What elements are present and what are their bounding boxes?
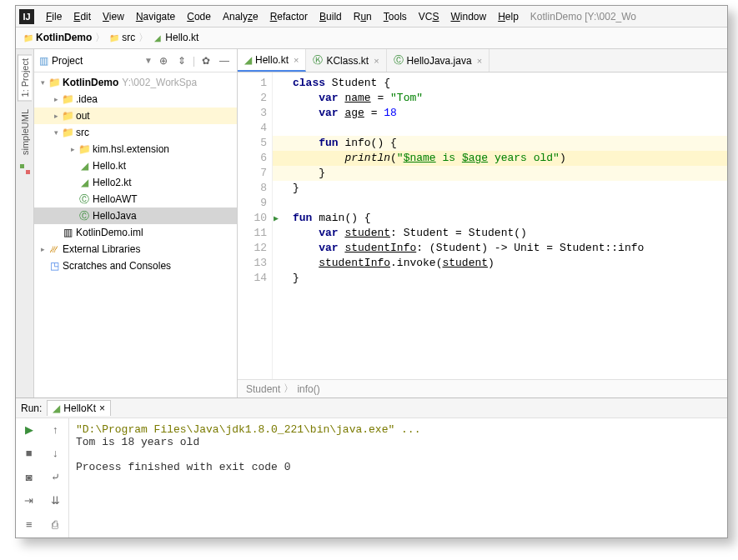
up-button[interactable]: ↑ xyxy=(43,418,69,440)
locate-icon[interactable]: ⊕ xyxy=(156,53,171,68)
svg-rect-0 xyxy=(20,164,24,168)
rerun-button[interactable]: ▶ xyxy=(16,418,43,440)
gear-icon[interactable]: ✿ xyxy=(198,53,213,68)
menu-navigate[interactable]: Navigate xyxy=(131,9,180,24)
navigation-breadcrumb: 📁KotlinDemo 〉 📁src 〉 ◢Hello.kt xyxy=(16,28,727,49)
close-icon[interactable]: × xyxy=(477,56,482,66)
code-body[interactable]: class Student { var name = "Tom" var age… xyxy=(273,72,727,379)
kotlin-class-icon: Ⓚ xyxy=(313,53,323,68)
stop-button[interactable]: ■ xyxy=(16,442,43,464)
tool-tab-project[interactable]: 1: Project xyxy=(18,54,32,101)
menu-vcs[interactable]: VCS xyxy=(414,9,444,24)
main-split: 1: Project simpleUML ▥ Project ▼ ⊕ ⇕ | ✿… xyxy=(16,49,727,398)
exit-button[interactable]: ⇥ xyxy=(16,490,43,512)
chevron-down-icon[interactable]: ▼ xyxy=(144,56,153,65)
run-gutter-icon[interactable]: ▶ xyxy=(274,212,279,227)
chevron-right-icon: 〉 xyxy=(138,31,148,45)
kotlin-file-icon: ◢ xyxy=(244,54,252,66)
menu-help[interactable]: Help xyxy=(493,9,524,24)
code-editor[interactable]: 1 2 3 4 5 6 7 8 9 10▶ 11 12 13 14 class … xyxy=(238,72,727,379)
menu-bar: IJ File Edit View Navigate Code Analyze … xyxy=(16,6,727,28)
tree-item-src[interactable]: ▾📁src xyxy=(34,124,237,141)
menu-build[interactable]: Build xyxy=(314,9,347,24)
kotlin-file-icon: ◢ xyxy=(152,32,163,44)
close-icon[interactable]: × xyxy=(99,402,105,414)
tree-item-out[interactable]: ▸📁out xyxy=(34,108,237,124)
crumb-method[interactable]: info() xyxy=(297,383,319,395)
editor-tab-kclass[interactable]: ⓀKClass.kt× xyxy=(306,49,386,72)
tree-item-iml[interactable]: ▥KotlinDemo.iml xyxy=(34,224,237,241)
menu-analyze[interactable]: Analyze xyxy=(218,9,264,24)
print-button[interactable]: ⎙ xyxy=(43,513,69,535)
chevron-right-icon: 〉 xyxy=(95,31,105,45)
menu-view[interactable]: View xyxy=(98,9,129,24)
tree-root[interactable]: ▾📁KotlinDemoY:\002_WorkSpa xyxy=(34,74,237,91)
svg-rect-1 xyxy=(26,170,30,174)
folder-icon: 📁 xyxy=(23,32,34,44)
close-icon[interactable]: × xyxy=(374,56,379,66)
run-header: Run: ◢HelloKt× xyxy=(16,398,727,418)
menu-code[interactable]: Code xyxy=(182,9,216,24)
crumb-project[interactable]: 📁KotlinDemo xyxy=(23,32,92,44)
kotlin-file-icon: ◢ xyxy=(53,402,60,414)
run-tool-window: Run: ◢HelloKt× ▶ ↑ ■ ↓ ◙ ⤶ ⇥ ⇊ ≡ ⎙ "D:\P… xyxy=(16,398,727,538)
tree-item-idea[interactable]: ▸📁.idea xyxy=(34,91,237,108)
project-tree[interactable]: ▾📁KotlinDemoY:\002_WorkSpa ▸📁.idea ▸📁out… xyxy=(34,72,237,398)
tree-item-file[interactable]: ◢Hello2.kt xyxy=(34,174,237,191)
crumb-folder[interactable]: 📁src xyxy=(108,32,135,44)
chevron-right-icon: 〉 xyxy=(284,382,294,396)
menu-window[interactable]: Window xyxy=(445,9,491,24)
folder-icon: 📁 xyxy=(108,32,120,44)
editor-tabs: ◢Hello.kt× ⓀKClass.kt× ⒸHelloJava.java× xyxy=(238,49,727,72)
folder-icon: ▥ xyxy=(39,55,48,67)
run-label: Run: xyxy=(21,402,42,414)
editor-area: ◢Hello.kt× ⓀKClass.kt× ⒸHelloJava.java× … xyxy=(238,49,727,398)
project-header: ▥ Project ▼ ⊕ ⇕ | ✿ — xyxy=(34,49,237,72)
menu-run[interactable]: Run xyxy=(349,9,377,24)
run-body: ▶ ↑ ■ ↓ ◙ ⤶ ⇥ ⇊ ≡ ⎙ "D:\Program Files\Ja… xyxy=(16,418,727,538)
scroll-button[interactable]: ⇊ xyxy=(43,490,69,512)
menu-file[interactable]: File xyxy=(41,9,67,24)
editor-tab-java[interactable]: ⒸHelloJava.java× xyxy=(387,49,489,72)
editor-breadcrumb: Student 〉 info() xyxy=(238,379,727,398)
menu-edit[interactable]: Edit xyxy=(68,9,96,24)
project-tool-window: ▥ Project ▼ ⊕ ⇕ | ✿ — ▾📁KotlinDemoY:\002… xyxy=(34,49,238,398)
tree-item-file-selected[interactable]: ⒸHelloJava xyxy=(34,208,237,224)
java-class-icon: Ⓒ xyxy=(394,53,404,68)
menu-refactor[interactable]: Refactor xyxy=(265,9,313,24)
app-logo-icon: IJ xyxy=(19,9,34,24)
soft-wrap-button[interactable]: ⤶ xyxy=(43,466,69,488)
console-output[interactable]: "D:\Program Files\Java\jdk1.8.0_221\bin\… xyxy=(69,418,727,538)
editor-tab-hello[interactable]: ◢Hello.kt× xyxy=(238,49,306,72)
tree-item-scratches[interactable]: ◳Scratches and Consoles xyxy=(34,258,237,274)
run-toolbar: ▶ ↑ ■ ↓ ◙ ⤶ ⇥ ⇊ ≡ ⎙ xyxy=(16,418,69,538)
hide-icon[interactable]: — xyxy=(217,53,232,68)
tree-item-package[interactable]: ▸📁kim.hsl.extension xyxy=(34,141,237,158)
tool-tab-simpleuml[interactable]: simpleUML xyxy=(18,106,32,158)
tree-item-file[interactable]: ⒸHelloAWT xyxy=(34,191,237,208)
crumb-file[interactable]: ◢Hello.kt xyxy=(152,32,198,44)
run-tab[interactable]: ◢HelloKt× xyxy=(47,400,111,416)
down-button[interactable]: ↓ xyxy=(43,442,69,464)
layout-button[interactable]: ≡ xyxy=(16,513,43,535)
ide-window: IJ File Edit View Navigate Code Analyze … xyxy=(15,5,728,538)
gutter: 1 2 3 4 5 6 7 8 9 10▶ 11 12 13 14 xyxy=(238,72,273,379)
dump-button[interactable]: ◙ xyxy=(16,466,43,488)
project-view-title[interactable]: Project xyxy=(52,55,141,67)
crumb-class[interactable]: Student xyxy=(246,383,280,395)
close-icon[interactable]: × xyxy=(294,55,299,65)
collapse-icon[interactable]: ⇕ xyxy=(174,53,189,68)
tree-item-libraries[interactable]: ▸⫻External Libraries xyxy=(34,241,237,258)
uml-icon xyxy=(19,163,31,175)
menu-tools[interactable]: Tools xyxy=(379,9,412,24)
window-title-path: KotlinDemo [Y:\002_Wo xyxy=(530,11,636,22)
left-tool-strip: 1: Project simpleUML xyxy=(16,49,34,398)
tree-item-file[interactable]: ◢Hello.kt xyxy=(34,158,237,174)
